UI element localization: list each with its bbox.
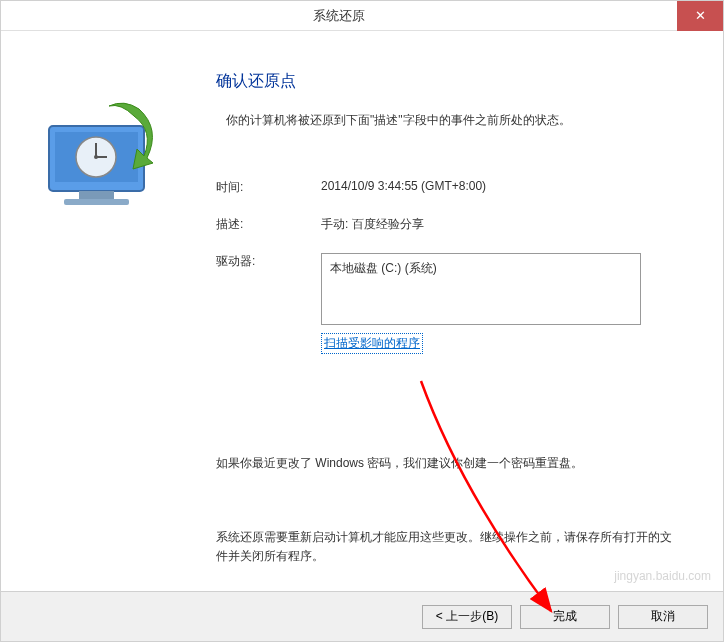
right-panel: 确认还原点 你的计算机将被还原到下面"描述"字段中的事件之前所处的状态。 时间:…	[196, 31, 723, 591]
drive-label: 驱动器:	[216, 253, 321, 325]
back-button[interactable]: < 上一步(B)	[422, 605, 512, 629]
page-subtext: 你的计算机将被还原到下面"描述"字段中的事件之前所处的状态。	[216, 112, 683, 129]
left-panel	[1, 31, 196, 591]
content-area: 确认还原点 你的计算机将被还原到下面"描述"字段中的事件之前所处的状态。 时间:…	[1, 31, 723, 591]
drive-listbox[interactable]: 本地磁盘 (C:) (系统)	[321, 253, 641, 325]
time-label: 时间:	[216, 179, 321, 196]
close-icon: ✕	[695, 8, 706, 23]
password-warning-text: 如果你最近更改了 Windows 密码，我们建议你创建一个密码重置盘。	[216, 454, 683, 473]
time-value: 2014/10/9 3:44:55 (GMT+8:00)	[321, 179, 486, 196]
finish-button[interactable]: 完成	[520, 605, 610, 629]
drive-item: 本地磁盘 (C:) (系统)	[330, 260, 632, 277]
svg-rect-2	[79, 191, 114, 199]
scan-affected-programs-link[interactable]: 扫描受影响的程序	[321, 333, 423, 354]
button-bar: < 上一步(B) 完成 取消	[1, 591, 723, 641]
window-title: 系统还原	[1, 7, 677, 25]
time-row: 时间: 2014/10/9 3:44:55 (GMT+8:00)	[216, 179, 683, 196]
svg-rect-3	[64, 199, 129, 205]
description-value: 手动: 百度经验分享	[321, 216, 424, 233]
close-button[interactable]: ✕	[677, 1, 723, 31]
svg-point-7	[94, 155, 98, 159]
description-row: 描述: 手动: 百度经验分享	[216, 216, 683, 233]
description-label: 描述:	[216, 216, 321, 233]
window: 系统还原 ✕ 确认还原点 你的计算机将被还原到下面"描	[0, 0, 724, 642]
system-restore-icon	[29, 91, 169, 221]
titlebar: 系统还原 ✕	[1, 1, 723, 31]
page-heading: 确认还原点	[216, 71, 683, 92]
cancel-button[interactable]: 取消	[618, 605, 708, 629]
restart-info-text: 系统还原需要重新启动计算机才能应用这些更改。继续操作之前，请保存所有打开的文件并…	[216, 528, 683, 566]
drive-row: 驱动器: 本地磁盘 (C:) (系统)	[216, 253, 683, 325]
